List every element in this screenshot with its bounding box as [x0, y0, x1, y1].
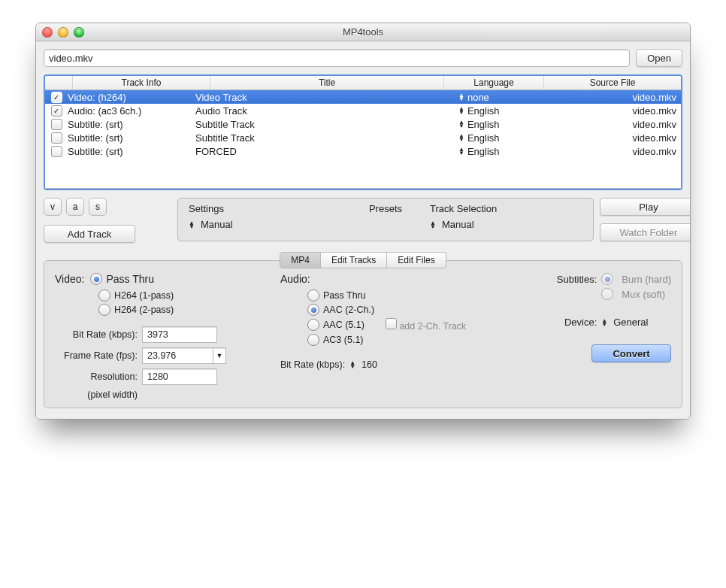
track-source: video.mkv — [549, 105, 681, 117]
device-label: Device: — [547, 317, 597, 328]
tracks-header: Track Info Title Language Source File — [45, 76, 681, 90]
track-info: Subtitle: (srt) — [68, 119, 195, 130]
track-title: Subtitle Track — [195, 119, 458, 130]
track-source: video.mkv — [549, 119, 681, 130]
track-checkbox[interactable]: ✓ — [51, 105, 62, 117]
video-h264-1pass-radio[interactable] — [98, 289, 110, 302]
audio-aac2-radio[interactable] — [307, 304, 319, 316]
main-window: MP4tools video.mkv Open Track Info Title… — [35, 23, 691, 420]
chevron-down-icon: ▼ — [213, 348, 225, 363]
video-framerate-label: Frame Rate (fps): — [55, 350, 138, 361]
updown-icon: ▲▼ — [458, 107, 464, 114]
pause-button[interactable]: Pause — [563, 503, 643, 521]
progress-table: Step Progress — [416, 417, 658, 497]
video-framerate-field[interactable]: 23.976▼ — [142, 347, 226, 364]
track-language-popup[interactable]: ▲▼English — [458, 132, 549, 144]
minimize-icon[interactable] — [58, 27, 68, 38]
config-panel: Video: Pass Thru H264 (1-pass) H264 (2-p… — [44, 260, 682, 408]
audio-aac51-radio[interactable] — [307, 319, 319, 331]
table-row[interactable]: Subtitle: (srt)FORCED▲▼Englishvideo.mkv — [45, 144, 681, 158]
video-track-button[interactable]: v — [44, 198, 62, 216]
close-icon[interactable] — [42, 27, 53, 38]
table-row[interactable]: Subtitle: (srt)Subtitle Track▲▼Englishvi… — [45, 117, 681, 131]
video-section: Video: Pass Thru H264 (1-pass) H264 (2-p… — [55, 273, 273, 400]
add-2ch-checkbox[interactable] — [386, 318, 397, 329]
window-title: MP4tools — [36, 26, 690, 38]
track-info: Video: (h264) — [68, 92, 195, 103]
track-selection-popup[interactable]: ▲▼ Manual — [430, 219, 474, 230]
tracks-body[interactable]: ✓Video: (h264)Video Track▲▼nonevideo.mkv… — [45, 90, 681, 189]
source-file-value: video.mkv — [49, 53, 93, 64]
video-h264-2pass-radio[interactable] — [98, 304, 110, 316]
video-resolution-label: Resolution: — [55, 371, 138, 382]
updown-icon: ▲▼ — [458, 134, 464, 141]
audio-bitrate-label: Bit Rate (kbps): — [280, 359, 345, 370]
track-checkbox[interactable] — [51, 146, 62, 157]
col-track-info[interactable]: Track Info — [73, 76, 210, 89]
source-file-field[interactable]: video.mkv — [44, 49, 630, 67]
table-row[interactable]: ✓Video: (h264)Video Track▲▼nonevideo.mkv — [45, 90, 681, 104]
job-row[interactable]: x video.mkv MP4 Conversion Complete — [69, 432, 400, 445]
track-language-popup[interactable]: ▲▼English — [458, 119, 549, 130]
track-language-popup[interactable]: ▲▼English — [458, 146, 549, 157]
updown-icon: ▲▼ — [430, 221, 436, 229]
convert-button[interactable]: Convert — [591, 344, 671, 362]
audio-track-button[interactable]: a — [66, 198, 84, 216]
audio-passthru-radio[interactable] — [307, 289, 319, 302]
track-source: video.mkv — [549, 132, 681, 144]
tab-mp4[interactable]: MP4 — [280, 252, 321, 268]
track-info: Audio: (ac3 6ch.) — [68, 105, 195, 117]
track-source: video.mkv — [549, 92, 681, 103]
zoom-icon[interactable] — [74, 27, 84, 38]
clear-button[interactable]: Clear — [465, 503, 545, 521]
col-source[interactable]: Source File — [544, 76, 681, 89]
subtitles-mux-radio[interactable] — [601, 288, 613, 300]
track-info: Subtitle: (srt) — [68, 146, 195, 157]
table-row[interactable]: ✓Audio: (ac3 6ch.)Audio Track▲▼Englishvi… — [45, 104, 681, 117]
updown-icon: ▲▼ — [458, 93, 464, 101]
remove-job-button[interactable]: x — [69, 433, 83, 444]
updown-icon: ▲▼ — [458, 120, 464, 128]
col-language[interactable]: Language — [444, 76, 544, 89]
presets-panel: Settings ▲▼ Manual Presets Track Selecti… — [177, 198, 594, 241]
audio-label: Audio: — [280, 273, 310, 285]
tab-edit-files[interactable]: Edit Files — [387, 252, 446, 268]
table-row[interactable]: Subtitle: (srt)Subtitle Track▲▼Englishvi… — [45, 131, 681, 144]
settings-label: Settings — [189, 203, 341, 214]
track-checkbox[interactable]: ✓ — [51, 92, 62, 103]
updown-icon: ▲▼ — [458, 147, 464, 155]
tracks-table: Track Info Title Language Source File ✓V… — [44, 74, 682, 190]
settings-popup[interactable]: ▲▼ Manual — [189, 219, 233, 230]
device-popup[interactable]: ▲▼ General — [601, 317, 648, 328]
audio-bitrate-stepper[interactable]: ▲▼ 160 — [349, 359, 377, 370]
open-button[interactable]: Open — [636, 49, 682, 67]
video-label: Video: — [55, 273, 84, 285]
video-resolution-field[interactable]: 1280 — [142, 368, 217, 385]
track-language-popup[interactable]: ▲▼English — [458, 105, 549, 117]
tab-edit-tracks[interactable]: Edit Tracks — [321, 252, 387, 268]
pixel-width-label: (pixel width) — [55, 389, 138, 400]
subtitle-track-button[interactable]: s — [89, 198, 107, 216]
job-name: MP4 Conversion — [197, 433, 332, 444]
updown-icon: ▲▼ — [189, 221, 195, 229]
subtitles-burn-radio[interactable] — [601, 273, 613, 285]
add-track-button[interactable]: Add Track — [44, 225, 135, 243]
video-bitrate-field[interactable]: 3973 — [142, 326, 217, 343]
track-info: Subtitle: (srt) — [68, 132, 195, 144]
job-status: Complete — [332, 433, 400, 444]
audio-section: Audio: Pass Thru AAC (2-Ch.) AAC (5.1) a… — [280, 273, 513, 400]
updown-icon: ▲▼ — [601, 319, 607, 326]
audio-ac351-radio[interactable] — [307, 334, 319, 346]
col-title[interactable]: Title — [210, 76, 444, 89]
subtitles-label: Subtitles: — [547, 274, 597, 285]
track-checkbox[interactable] — [51, 132, 62, 144]
watch-folder-button[interactable]: Watch Folder — [600, 223, 691, 241]
track-selection-label: Track Selection — [430, 203, 582, 214]
track-language-popup[interactable]: ▲▼none — [458, 92, 549, 103]
play-button[interactable]: Play — [600, 198, 691, 216]
track-title: FORCED — [195, 146, 458, 157]
presets-header: Presets — [352, 199, 419, 214]
job-window: File Job Status x video.mkv MP4 Conversi… — [56, 408, 670, 529]
video-passthru-radio[interactable] — [90, 273, 102, 285]
track-checkbox[interactable] — [51, 119, 62, 130]
